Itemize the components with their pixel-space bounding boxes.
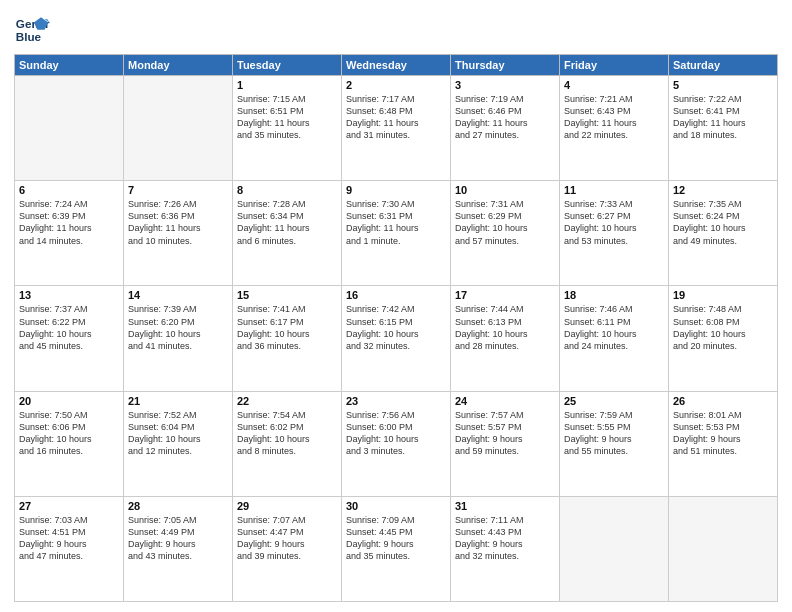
calendar-cell: 23Sunrise: 7:56 AM Sunset: 6:00 PM Dayli… — [342, 391, 451, 496]
calendar-cell: 24Sunrise: 7:57 AM Sunset: 5:57 PM Dayli… — [451, 391, 560, 496]
calendar-cell — [15, 76, 124, 181]
calendar-cell: 8Sunrise: 7:28 AM Sunset: 6:34 PM Daylig… — [233, 181, 342, 286]
day-header-friday: Friday — [560, 55, 669, 76]
calendar-cell: 25Sunrise: 7:59 AM Sunset: 5:55 PM Dayli… — [560, 391, 669, 496]
day-header-thursday: Thursday — [451, 55, 560, 76]
day-number: 30 — [346, 500, 446, 512]
day-number: 21 — [128, 395, 228, 407]
header: General Blue — [14, 10, 778, 46]
calendar-cell: 4Sunrise: 7:21 AM Sunset: 6:43 PM Daylig… — [560, 76, 669, 181]
day-info: Sunrise: 7:59 AM Sunset: 5:55 PM Dayligh… — [564, 409, 664, 458]
day-number: 20 — [19, 395, 119, 407]
calendar-cell: 29Sunrise: 7:07 AM Sunset: 4:47 PM Dayli… — [233, 496, 342, 601]
day-header-saturday: Saturday — [669, 55, 778, 76]
calendar-cell: 13Sunrise: 7:37 AM Sunset: 6:22 PM Dayli… — [15, 286, 124, 391]
calendar-cell: 31Sunrise: 7:11 AM Sunset: 4:43 PM Dayli… — [451, 496, 560, 601]
day-info: Sunrise: 7:46 AM Sunset: 6:11 PM Dayligh… — [564, 303, 664, 352]
calendar-cell: 2Sunrise: 7:17 AM Sunset: 6:48 PM Daylig… — [342, 76, 451, 181]
calendar-header-row: SundayMondayTuesdayWednesdayThursdayFrid… — [15, 55, 778, 76]
day-info: Sunrise: 7:30 AM Sunset: 6:31 PM Dayligh… — [346, 198, 446, 247]
day-number: 3 — [455, 79, 555, 91]
day-info: Sunrise: 7:39 AM Sunset: 6:20 PM Dayligh… — [128, 303, 228, 352]
calendar-cell: 15Sunrise: 7:41 AM Sunset: 6:17 PM Dayli… — [233, 286, 342, 391]
calendar-cell: 26Sunrise: 8:01 AM Sunset: 5:53 PM Dayli… — [669, 391, 778, 496]
calendar-cell: 27Sunrise: 7:03 AM Sunset: 4:51 PM Dayli… — [15, 496, 124, 601]
day-info: Sunrise: 7:42 AM Sunset: 6:15 PM Dayligh… — [346, 303, 446, 352]
day-info: Sunrise: 7:21 AM Sunset: 6:43 PM Dayligh… — [564, 93, 664, 142]
day-info: Sunrise: 7:09 AM Sunset: 4:45 PM Dayligh… — [346, 514, 446, 563]
day-number: 18 — [564, 289, 664, 301]
day-info: Sunrise: 7:35 AM Sunset: 6:24 PM Dayligh… — [673, 198, 773, 247]
day-number: 22 — [237, 395, 337, 407]
day-info: Sunrise: 7:44 AM Sunset: 6:13 PM Dayligh… — [455, 303, 555, 352]
day-info: Sunrise: 7:56 AM Sunset: 6:00 PM Dayligh… — [346, 409, 446, 458]
day-number: 26 — [673, 395, 773, 407]
day-info: Sunrise: 7:50 AM Sunset: 6:06 PM Dayligh… — [19, 409, 119, 458]
day-number: 11 — [564, 184, 664, 196]
day-number: 10 — [455, 184, 555, 196]
day-number: 25 — [564, 395, 664, 407]
calendar-cell: 16Sunrise: 7:42 AM Sunset: 6:15 PM Dayli… — [342, 286, 451, 391]
day-number: 15 — [237, 289, 337, 301]
calendar-cell: 18Sunrise: 7:46 AM Sunset: 6:11 PM Dayli… — [560, 286, 669, 391]
calendar-cell: 3Sunrise: 7:19 AM Sunset: 6:46 PM Daylig… — [451, 76, 560, 181]
calendar-cell — [560, 496, 669, 601]
calendar-cell — [669, 496, 778, 601]
calendar-cell: 1Sunrise: 7:15 AM Sunset: 6:51 PM Daylig… — [233, 76, 342, 181]
day-info: Sunrise: 7:52 AM Sunset: 6:04 PM Dayligh… — [128, 409, 228, 458]
day-number: 23 — [346, 395, 446, 407]
day-number: 27 — [19, 500, 119, 512]
calendar-cell: 7Sunrise: 7:26 AM Sunset: 6:36 PM Daylig… — [124, 181, 233, 286]
day-info: Sunrise: 7:37 AM Sunset: 6:22 PM Dayligh… — [19, 303, 119, 352]
day-number: 31 — [455, 500, 555, 512]
day-number: 9 — [346, 184, 446, 196]
week-row-5: 27Sunrise: 7:03 AM Sunset: 4:51 PM Dayli… — [15, 496, 778, 601]
day-number: 1 — [237, 79, 337, 91]
day-number: 17 — [455, 289, 555, 301]
day-info: Sunrise: 7:54 AM Sunset: 6:02 PM Dayligh… — [237, 409, 337, 458]
day-header-monday: Monday — [124, 55, 233, 76]
day-info: Sunrise: 7:11 AM Sunset: 4:43 PM Dayligh… — [455, 514, 555, 563]
day-info: Sunrise: 7:17 AM Sunset: 6:48 PM Dayligh… — [346, 93, 446, 142]
calendar-cell: 17Sunrise: 7:44 AM Sunset: 6:13 PM Dayli… — [451, 286, 560, 391]
day-number: 12 — [673, 184, 773, 196]
day-info: Sunrise: 7:05 AM Sunset: 4:49 PM Dayligh… — [128, 514, 228, 563]
day-header-sunday: Sunday — [15, 55, 124, 76]
calendar-table: SundayMondayTuesdayWednesdayThursdayFrid… — [14, 54, 778, 602]
calendar-cell: 9Sunrise: 7:30 AM Sunset: 6:31 PM Daylig… — [342, 181, 451, 286]
day-number: 16 — [346, 289, 446, 301]
calendar-cell: 30Sunrise: 7:09 AM Sunset: 4:45 PM Dayli… — [342, 496, 451, 601]
day-number: 8 — [237, 184, 337, 196]
day-number: 4 — [564, 79, 664, 91]
day-number: 24 — [455, 395, 555, 407]
week-row-4: 20Sunrise: 7:50 AM Sunset: 6:06 PM Dayli… — [15, 391, 778, 496]
day-info: Sunrise: 7:15 AM Sunset: 6:51 PM Dayligh… — [237, 93, 337, 142]
day-info: Sunrise: 7:07 AM Sunset: 4:47 PM Dayligh… — [237, 514, 337, 563]
day-info: Sunrise: 7:28 AM Sunset: 6:34 PM Dayligh… — [237, 198, 337, 247]
calendar-cell: 22Sunrise: 7:54 AM Sunset: 6:02 PM Dayli… — [233, 391, 342, 496]
day-info: Sunrise: 8:01 AM Sunset: 5:53 PM Dayligh… — [673, 409, 773, 458]
day-number: 13 — [19, 289, 119, 301]
day-info: Sunrise: 7:57 AM Sunset: 5:57 PM Dayligh… — [455, 409, 555, 458]
day-info: Sunrise: 7:22 AM Sunset: 6:41 PM Dayligh… — [673, 93, 773, 142]
day-info: Sunrise: 7:41 AM Sunset: 6:17 PM Dayligh… — [237, 303, 337, 352]
calendar-cell: 14Sunrise: 7:39 AM Sunset: 6:20 PM Dayli… — [124, 286, 233, 391]
day-number: 29 — [237, 500, 337, 512]
logo: General Blue — [14, 10, 54, 46]
day-info: Sunrise: 7:33 AM Sunset: 6:27 PM Dayligh… — [564, 198, 664, 247]
day-info: Sunrise: 7:03 AM Sunset: 4:51 PM Dayligh… — [19, 514, 119, 563]
day-info: Sunrise: 7:19 AM Sunset: 6:46 PM Dayligh… — [455, 93, 555, 142]
calendar-cell: 28Sunrise: 7:05 AM Sunset: 4:49 PM Dayli… — [124, 496, 233, 601]
day-number: 28 — [128, 500, 228, 512]
calendar-cell: 12Sunrise: 7:35 AM Sunset: 6:24 PM Dayli… — [669, 181, 778, 286]
calendar-cell: 11Sunrise: 7:33 AM Sunset: 6:27 PM Dayli… — [560, 181, 669, 286]
day-info: Sunrise: 7:48 AM Sunset: 6:08 PM Dayligh… — [673, 303, 773, 352]
calendar-cell: 21Sunrise: 7:52 AM Sunset: 6:04 PM Dayli… — [124, 391, 233, 496]
day-header-wednesday: Wednesday — [342, 55, 451, 76]
day-info: Sunrise: 7:24 AM Sunset: 6:39 PM Dayligh… — [19, 198, 119, 247]
day-number: 7 — [128, 184, 228, 196]
svg-text:Blue: Blue — [16, 30, 42, 43]
day-header-tuesday: Tuesday — [233, 55, 342, 76]
day-info: Sunrise: 7:31 AM Sunset: 6:29 PM Dayligh… — [455, 198, 555, 247]
logo-icon: General Blue — [14, 10, 50, 46]
